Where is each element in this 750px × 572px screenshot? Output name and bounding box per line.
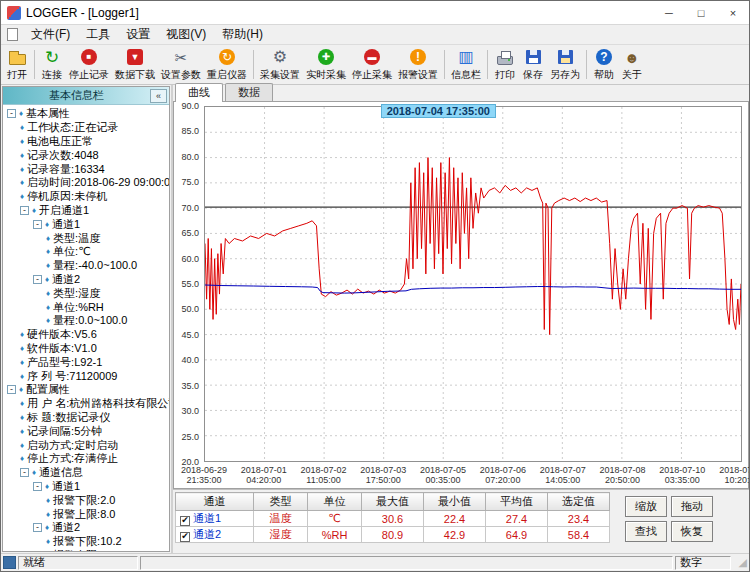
tree-expander-icon[interactable]: -: [7, 385, 16, 394]
tree-item-label: 用 户 名:杭州路格科技有限公司: [27, 396, 169, 411]
chart-plot[interactable]: [204, 106, 742, 462]
menu-tools[interactable]: 工具: [78, 25, 118, 44]
tree-node-icon: ♦: [45, 523, 49, 532]
channel-visible-checkbox[interactable]: ✔: [180, 532, 190, 542]
tree-node-icon: ♦: [19, 385, 23, 394]
x-axis-tick-label: 2018-07-0500:35:00: [420, 465, 466, 485]
toolbar: 打开↻连接■停止记录▼数据下载✂设置参数↻重启仪器⚙采集设置✚实时采集▬停止采集…: [1, 45, 749, 85]
stats-column-header: 选定值: [548, 493, 610, 511]
tree-expander-icon[interactable]: -: [20, 468, 29, 477]
tree-item[interactable]: ♦产品型号:L92-1: [5, 355, 169, 369]
zoom-button[interactable]: 缩放: [625, 496, 667, 517]
tree-item[interactable]: -♦通道2: [5, 273, 169, 287]
tree-item[interactable]: ♦启动时间:2018-06-29 09:00:00: [5, 176, 169, 190]
tree-item[interactable]: ♦停止方式:存满停止: [5, 452, 169, 466]
tree-item[interactable]: ♦标 题:数据记录仪: [5, 411, 169, 425]
stats-row[interactable]: ✔通道2湿度%RH80.942.964.958.4: [176, 527, 610, 543]
tree-item[interactable]: ♦类型:温度: [5, 231, 169, 245]
tab-curve[interactable]: 曲线: [175, 83, 223, 102]
tree-expander-icon[interactable]: -: [33, 220, 42, 229]
tab-data[interactable]: 数据: [225, 83, 273, 101]
menu-file[interactable]: 文件(F): [23, 25, 78, 44]
tree-item[interactable]: ♦硬件版本:V5.6: [5, 328, 169, 342]
y-axis-tick-label: 75.0: [181, 177, 199, 187]
maximize-button[interactable]: □: [685, 1, 717, 24]
tree-item[interactable]: ♦停机原因:未停机: [5, 190, 169, 204]
tree-item[interactable]: -♦基本属性: [5, 107, 169, 121]
tree-item-label: 量程:0.0~100.0: [53, 313, 127, 328]
pan-button[interactable]: 拖动: [671, 496, 713, 517]
menu-help[interactable]: 帮助(H): [214, 25, 271, 44]
tree-item[interactable]: ♦启动方式:定时启动: [5, 438, 169, 452]
tree-item[interactable]: -♦通道1: [5, 217, 169, 231]
toolbar-connect-button[interactable]: ↻连接: [38, 46, 66, 83]
tree-item[interactable]: ♦报警上限:8.0: [5, 507, 169, 521]
tree-item[interactable]: -♦通道信息: [5, 466, 169, 480]
resize-grip[interactable]: ◢: [733, 556, 747, 569]
toolbar-stop-record-button[interactable]: ■停止记录: [66, 46, 112, 83]
tree-item[interactable]: ♦工作状态:正在记录: [5, 121, 169, 135]
toolbar-download-button[interactable]: ▼数据下载: [112, 46, 158, 83]
toolbar-realtime-button[interactable]: ✚实时采集: [303, 46, 349, 83]
channel-visible-checkbox[interactable]: ✔: [180, 516, 190, 526]
toolbar-saveas-button[interactable]: 另存为: [547, 46, 583, 83]
about-icon: ☻: [624, 48, 640, 67]
tree-expander-icon[interactable]: -: [7, 109, 16, 118]
tree-item[interactable]: ♦单位:℃: [5, 245, 169, 259]
minimize-button[interactable]: ─: [653, 1, 685, 24]
tree-item-label: 启动方式:定时启动: [27, 438, 118, 453]
restore-button[interactable]: 恢复: [671, 521, 713, 542]
x-axis-tick-label: 2018-07-1003:35:00: [659, 465, 705, 485]
tree-item[interactable]: ♦软件版本:V1.0: [5, 342, 169, 356]
toolbar-alarm-button[interactable]: !报警设置: [395, 46, 441, 83]
y-axis-tick-label: 70.0: [181, 203, 199, 213]
tree-item[interactable]: ♦报警下限:2.0: [5, 493, 169, 507]
tree-node-icon: ♦: [20, 178, 24, 187]
collapse-sidebar-button[interactable]: «: [150, 89, 167, 103]
tree-node-icon: ♦: [20, 151, 24, 160]
toolbar-save-button[interactable]: 保存: [519, 46, 547, 83]
tree-expander-icon[interactable]: -: [20, 206, 29, 215]
tree-item-label: 基本属性: [26, 106, 70, 121]
tree-item[interactable]: -♦开启通道1: [5, 204, 169, 218]
toolbar-print-button[interactable]: 打印: [491, 46, 519, 83]
tree-item[interactable]: ♦序 列 号:71120009: [5, 369, 169, 383]
tree-item[interactable]: ♦单位:%RH: [5, 300, 169, 314]
stats-row[interactable]: ✔通道1温度℃30.622.427.423.4: [176, 511, 610, 527]
toolbar-infobar-button[interactable]: ▥信息栏: [448, 46, 484, 83]
menu-view[interactable]: 视图(V): [158, 25, 214, 44]
chart-svg: [205, 107, 741, 461]
toolbar-restart-button[interactable]: ↻重启仪器: [204, 46, 250, 83]
stats-value-cell: 22.4: [424, 511, 486, 527]
tree-item[interactable]: ♦电池电压正常: [5, 135, 169, 149]
close-button[interactable]: ×: [717, 1, 749, 24]
tree-item-label: 类型:湿度: [53, 286, 100, 301]
tree-item[interactable]: ♦量程:0.0~100.0: [5, 314, 169, 328]
toolbar-collect-settings-button[interactable]: ⚙采集设置: [257, 46, 303, 83]
tree-expander-icon[interactable]: -: [33, 523, 42, 532]
tree-expander-icon[interactable]: -: [33, 275, 42, 284]
toolbar-help-button[interactable]: ?帮助: [590, 46, 618, 83]
document-icon[interactable]: [7, 28, 18, 41]
tree-node-icon: ♦: [20, 165, 24, 174]
tree-item[interactable]: ♦量程:-40.0~100.0: [5, 259, 169, 273]
tree-item[interactable]: ♦用 户 名:杭州路格科技有限公司: [5, 397, 169, 411]
tree-item-label: 通道1: [52, 479, 80, 494]
toolbar-params-button[interactable]: ✂设置参数: [158, 46, 204, 83]
tree-item[interactable]: ♦记录次数:4048: [5, 148, 169, 162]
menu-settings[interactable]: 设置: [118, 25, 158, 44]
tree-item[interactable]: ♦报警下限:10.2: [5, 535, 169, 549]
tree-item[interactable]: ♦记录间隔:5分钟: [5, 424, 169, 438]
toolbar-separator: [444, 50, 445, 79]
tree-item[interactable]: ♦记录容量:16334: [5, 162, 169, 176]
tree-item[interactable]: ♦报警上限:70.2: [5, 549, 169, 552]
find-button[interactable]: 查找: [625, 521, 667, 542]
tree-item[interactable]: -♦配置属性: [5, 383, 169, 397]
tree-expander-icon[interactable]: -: [33, 482, 42, 491]
tree-item[interactable]: ♦类型:湿度: [5, 286, 169, 300]
toolbar-open-folder-button[interactable]: 打开: [3, 46, 31, 83]
toolbar-stop-collect-button[interactable]: ▬停止采集: [349, 46, 395, 83]
tree-item[interactable]: -♦通道1: [5, 480, 169, 494]
toolbar-about-button[interactable]: ☻关于: [618, 46, 646, 83]
tree-item[interactable]: -♦通道2: [5, 521, 169, 535]
